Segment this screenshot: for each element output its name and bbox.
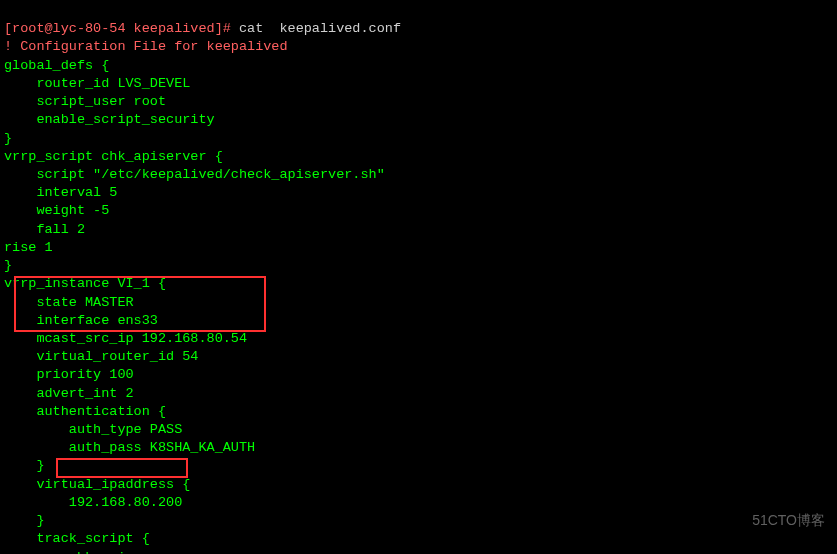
config-line: } (4, 458, 45, 473)
config-line: 192.168.80.200 (4, 495, 182, 510)
config-line: interface ens33 (4, 313, 158, 328)
config-line: virtual_ipaddress { (4, 477, 190, 492)
config-line: } (4, 513, 45, 528)
config-line: weight -5 (4, 203, 109, 218)
config-line: priority 100 (4, 367, 134, 382)
config-line: authentication { (4, 404, 166, 419)
config-line: auth_pass K8SHA_KA_AUTH (4, 440, 255, 455)
shell-command: cat keepalived.conf (239, 21, 401, 36)
config-line: fall 2 (4, 222, 85, 237)
config-line: script "/etc/keepalived/check_apiserver.… (4, 167, 385, 182)
config-line: interval 5 (4, 185, 117, 200)
config-line: enable_script_security (4, 112, 215, 127)
config-line: rise 1 (4, 240, 53, 255)
prompt-line-1: [root@lyc-80-54 keepalived]# cat keepali… (4, 21, 401, 36)
config-line: virtual_router_id 54 (4, 349, 198, 364)
terminal-output: [root@lyc-80-54 keepalived]# cat keepali… (4, 2, 833, 554)
config-line: auth_type PASS (4, 422, 182, 437)
config-line: advert_int 2 (4, 386, 134, 401)
config-line: router_id LVS_DEVEL (4, 76, 190, 91)
config-comment: ! Configuration File for keepalived (4, 39, 288, 54)
config-line: global_defs { (4, 58, 109, 73)
config-line: } (4, 131, 12, 146)
config-line: chk_apiserver (4, 550, 174, 554)
config-line: script_user root (4, 94, 166, 109)
config-line: track_script { (4, 531, 150, 546)
shell-prompt: [root@lyc-80-54 keepalived]# (4, 21, 231, 36)
config-line: vrrp_script chk_apiserver { (4, 149, 223, 164)
config-line: vrrp_instance VI_1 { (4, 276, 166, 291)
config-line: mcast_src_ip 192.168.80.54 (4, 331, 247, 346)
config-line: state MASTER (4, 295, 134, 310)
config-line: } (4, 258, 12, 273)
